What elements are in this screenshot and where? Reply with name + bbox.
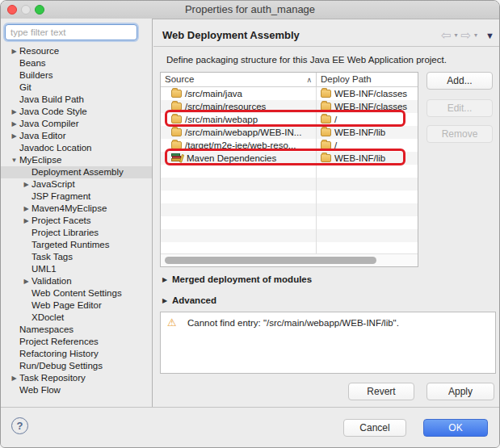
revert-button[interactable]: Revert (348, 383, 414, 400)
sidebar-item-java-build-path[interactable]: Java Build Path (1, 94, 152, 106)
library-icon (171, 153, 184, 163)
folder-icon (321, 154, 331, 162)
apply-button[interactable]: Apply (426, 383, 494, 400)
sidebar-item-builders[interactable]: Builders (1, 69, 152, 82)
table-row-empty (161, 165, 418, 178)
sidebar-item-refactoring-history[interactable]: Refactoring History (1, 348, 152, 360)
sidebar-item-web-flow[interactable]: Web Flow (1, 384, 152, 396)
assembly-table: Source ∧ Deploy Path /src/main/javaWEB-I… (160, 72, 418, 267)
disclosure-right-icon[interactable]: ▶ (10, 118, 19, 130)
sidebar-item-project-libraries[interactable]: Project Libraries (1, 227, 152, 239)
sidebar-item-jsp-fragment[interactable]: JSP Fragment (1, 191, 152, 203)
deploy-path-cell: WEB-INF/classes (317, 87, 418, 100)
disclosure-right-icon[interactable]: ▶ (10, 130, 19, 142)
sidebar-item-java-code-style[interactable]: ▶Java Code Style (1, 106, 152, 118)
header-divider (153, 46, 500, 47)
sidebar-item-namespaces[interactable]: Namespaces (1, 324, 152, 336)
column-header-deploy-path[interactable]: Deploy Path (317, 73, 418, 86)
remove-button[interactable]: Remove (426, 125, 493, 143)
sidebar-item-run-debug-settings[interactable]: Run/Debug Settings (1, 360, 152, 372)
table-row-empty (161, 216, 418, 229)
sidebar-item-uml1[interactable]: UML1 (1, 263, 152, 275)
sidebar-item-project-facets[interactable]: ▶Project Facets (1, 215, 152, 227)
deploy-path-cell (317, 191, 418, 203)
sidebar-item-web-content-settings[interactable]: Web Content Settings (1, 287, 152, 299)
section-merged-deployment[interactable]: ▶ Merged deployment of modules (162, 274, 312, 284)
disclosure-right-icon[interactable]: ▶ (162, 276, 172, 283)
sidebar-item-myeclipse[interactable]: ▼MyEclipse (1, 154, 152, 166)
disclosure-right-icon[interactable]: ▶ (10, 106, 19, 118)
table-row-src-main-resources[interactable]: /src/main/resourcesWEB-INF/classes (161, 100, 418, 113)
disclosure-right-icon[interactable]: ▶ (22, 178, 31, 191)
sidebar-item-label: Project Libraries (32, 227, 99, 239)
source-path: Maven Dependencies (187, 152, 276, 165)
sidebar-item-label: Java Code Style (19, 106, 87, 118)
sidebar-item-validation[interactable]: ▶Validation (1, 275, 152, 287)
table-row-src-main-webapp-web-in[interactable]: /src/main/webapp/WEB-IN...WEB-INF/lib (161, 126, 418, 139)
description-text: Define packaging structure for this Java… (166, 55, 447, 65)
deploy-path: WEB-INF/lib (334, 152, 385, 165)
edit-button[interactable]: Edit... (426, 99, 493, 117)
source-cell (161, 203, 317, 216)
sidebar-item-maven4myeclipse[interactable]: ▶Maven4MyEclipse (1, 203, 152, 215)
filter-input[interactable] (5, 24, 137, 40)
sidebar-item-xdoclet[interactable]: XDoclet (1, 312, 152, 324)
sidebar-item-label: Task Repository (19, 372, 86, 384)
sidebar-item-javascript[interactable]: ▶JavaScript (1, 178, 152, 191)
folder-icon (171, 103, 182, 111)
horizontal-scrollbar[interactable] (161, 253, 418, 266)
sidebar-item-javadoc-location[interactable]: Javadoc Location (1, 142, 152, 154)
deploy-path: WEB-INF/classes (334, 87, 407, 100)
disclosure-right-icon[interactable]: ▶ (10, 45, 19, 57)
help-button[interactable]: ? (11, 417, 28, 434)
disclosure-right-icon[interactable]: ▶ (22, 203, 31, 215)
window-title: Properties for auth_manage (1, 1, 499, 19)
sidebar-item-beans[interactable]: Beans (1, 57, 152, 69)
disclosure-right-icon[interactable]: ▶ (10, 372, 19, 384)
back-icon[interactable]: ⇦ (441, 29, 452, 41)
disclosure-right-icon[interactable]: ▶ (22, 215, 31, 227)
section-label: Advanced (172, 295, 216, 305)
sidebar-item-web-page-editor[interactable]: Web Page Editor (1, 299, 152, 312)
table-row-src-main-webapp[interactable]: /src/main/webapp/ (161, 113, 418, 126)
sidebar-item-label: Javadoc Location (19, 142, 92, 154)
table-row-maven-dependencies[interactable]: Maven DependenciesWEB-INF/lib (161, 152, 418, 165)
sidebar-item-git[interactable]: Git (1, 82, 152, 94)
sidebar-item-resource[interactable]: ▶Resource (1, 45, 152, 57)
disclosure-right-icon[interactable]: ▶ (162, 297, 172, 304)
source-cell: /target/m2e-jee/web-reso... (161, 139, 317, 152)
cancel-button[interactable]: Cancel (343, 419, 406, 437)
sidebar-item-deployment-assembly[interactable]: Deployment Assembly (1, 166, 152, 178)
deploy-path-cell: WEB-INF/lib (317, 126, 418, 139)
forward-menu-icon[interactable]: ▾ (474, 31, 477, 39)
sidebar-item-project-references[interactable]: Project References (1, 336, 152, 348)
view-menu-icon[interactable]: ▼ (485, 31, 494, 40)
disclosure-down-icon[interactable]: ▼ (10, 154, 19, 166)
sidebar-item-label: Namespaces (19, 324, 74, 336)
add-button[interactable]: Add... (426, 72, 493, 90)
disclosure-right-icon[interactable]: ▶ (22, 275, 31, 287)
sidebar-item-targeted-runtimes[interactable]: Targeted Runtimes (1, 239, 152, 251)
source-path: /src/main/webapp (185, 113, 258, 126)
deploy-path-cell (317, 203, 418, 216)
folder-icon (321, 90, 331, 98)
table-row-src-main-java[interactable]: /src/main/javaWEB-INF/classes (161, 87, 418, 100)
deploy-path-cell (317, 229, 418, 242)
title-bar: Properties for auth_manage (1, 1, 499, 19)
column-header-source[interactable]: Source ∧ (161, 73, 317, 86)
folder-icon (321, 128, 331, 136)
ok-button[interactable]: OK (423, 419, 488, 437)
back-menu-icon[interactable]: ▾ (455, 31, 458, 39)
sidebar-item-task-repository[interactable]: ▶Task Repository (1, 372, 152, 384)
sidebar-item-java-compiler[interactable]: ▶Java Compiler (1, 118, 152, 130)
folder-icon (171, 141, 182, 149)
table-row-target-m2e-jee-web-reso[interactable]: /target/m2e-jee/web-reso.../ (161, 139, 418, 152)
section-advanced[interactable]: ▶ Advanced (162, 295, 216, 305)
folder-icon (171, 115, 182, 124)
forward-icon[interactable]: ⇨ (461, 29, 472, 41)
sidebar-item-java-editor[interactable]: ▶Java Editor (1, 130, 152, 142)
deploy-path: / (334, 113, 337, 126)
scrollbar-thumb[interactable] (165, 257, 376, 264)
sidebar-item-task-tags[interactable]: Task Tags (1, 251, 152, 263)
sidebar-tree: ▶ResourceBeansBuildersGitJava Build Path… (1, 45, 152, 396)
